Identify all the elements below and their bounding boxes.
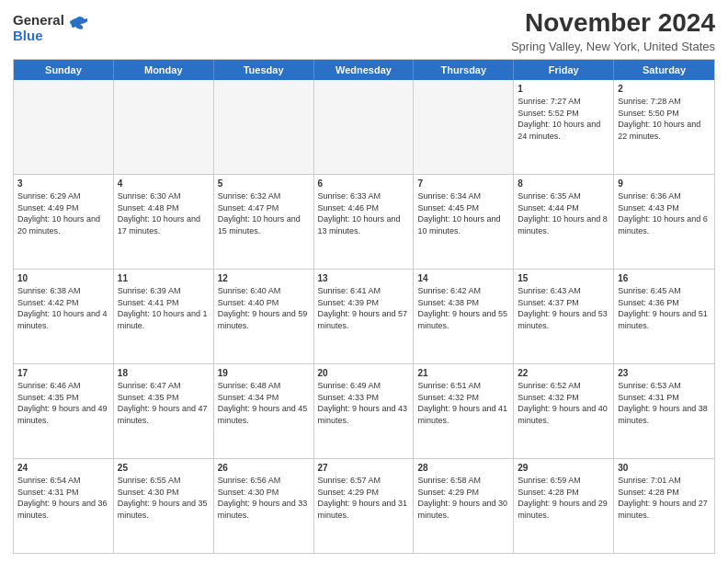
title-area: November 2024 Spring Valley, New York, U… bbox=[511, 9, 715, 53]
calendar-cell-r3-c1: 18Sunrise: 6:47 AM Sunset: 4:35 PM Dayli… bbox=[114, 364, 214, 458]
day-info: Sunrise: 7:27 AM Sunset: 5:52 PM Dayligh… bbox=[518, 97, 600, 140]
header-day-saturday: Saturday bbox=[614, 60, 714, 80]
calendar-cell-r4-c6: 30Sunrise: 7:01 AM Sunset: 4:28 PM Dayli… bbox=[614, 459, 714, 553]
day-info: Sunrise: 6:38 AM Sunset: 4:42 PM Dayligh… bbox=[17, 286, 108, 329]
calendar-cell-r2-c3: 13Sunrise: 6:41 AM Sunset: 4:39 PM Dayli… bbox=[314, 270, 415, 363]
header-day-friday: Friday bbox=[514, 60, 614, 80]
day-number: 22 bbox=[518, 367, 609, 380]
day-number: 21 bbox=[417, 367, 509, 380]
header-day-wednesday: Wednesday bbox=[314, 60, 415, 80]
day-info: Sunrise: 6:42 AM Sunset: 4:38 PM Dayligh… bbox=[417, 286, 507, 329]
day-number: 29 bbox=[518, 462, 609, 475]
day-number: 15 bbox=[518, 272, 609, 285]
day-info: Sunrise: 6:39 AM Sunset: 4:41 PM Dayligh… bbox=[118, 286, 208, 329]
day-number: 23 bbox=[618, 367, 711, 380]
calendar-cell-r3-c6: 23Sunrise: 6:53 AM Sunset: 4:31 PM Dayli… bbox=[614, 364, 714, 458]
calendar-cell-r1-c1: 4Sunrise: 6:30 AM Sunset: 4:48 PM Daylig… bbox=[114, 175, 214, 269]
calendar-cell-r0-c1 bbox=[114, 80, 214, 174]
day-number: 13 bbox=[318, 272, 410, 285]
day-number: 8 bbox=[518, 178, 609, 190]
day-info: Sunrise: 6:58 AM Sunset: 4:29 PM Dayligh… bbox=[417, 476, 507, 519]
calendar-cell-r3-c0: 17Sunrise: 6:46 AM Sunset: 4:35 PM Dayli… bbox=[14, 364, 114, 458]
calendar-cell-r0-c6: 2Sunrise: 7:28 AM Sunset: 5:50 PM Daylig… bbox=[614, 80, 714, 174]
logo-general: General bbox=[13, 12, 64, 28]
calendar-cell-r4-c3: 27Sunrise: 6:57 AM Sunset: 4:29 PM Dayli… bbox=[314, 459, 415, 553]
calendar-cell-r2-c2: 12Sunrise: 6:40 AM Sunset: 4:40 PM Dayli… bbox=[214, 270, 314, 363]
day-info: Sunrise: 6:41 AM Sunset: 4:39 PM Dayligh… bbox=[318, 286, 408, 329]
calendar-cell-r1-c2: 5Sunrise: 6:32 AM Sunset: 4:47 PM Daylig… bbox=[214, 175, 314, 269]
day-number: 14 bbox=[417, 272, 509, 285]
calendar-cell-r4-c4: 28Sunrise: 6:58 AM Sunset: 4:29 PM Dayli… bbox=[414, 459, 514, 553]
calendar-row-1: 3Sunrise: 6:29 AM Sunset: 4:49 PM Daylig… bbox=[14, 174, 714, 269]
day-info: Sunrise: 6:56 AM Sunset: 4:30 PM Dayligh… bbox=[218, 476, 308, 519]
calendar-cell-r2-c6: 16Sunrise: 6:45 AM Sunset: 4:36 PM Dayli… bbox=[614, 270, 714, 363]
calendar-cell-r4-c5: 29Sunrise: 6:59 AM Sunset: 4:28 PM Dayli… bbox=[514, 459, 614, 553]
calendar-cell-r0-c4 bbox=[414, 80, 514, 174]
day-info: Sunrise: 6:40 AM Sunset: 4:40 PM Dayligh… bbox=[218, 286, 308, 329]
calendar-cell-r2-c0: 10Sunrise: 6:38 AM Sunset: 4:42 PM Dayli… bbox=[14, 270, 114, 363]
day-number: 4 bbox=[118, 178, 210, 190]
day-info: Sunrise: 7:28 AM Sunset: 5:50 PM Dayligh… bbox=[618, 97, 700, 140]
day-number: 11 bbox=[118, 272, 210, 285]
day-number: 17 bbox=[17, 367, 109, 380]
day-info: Sunrise: 6:29 AM Sunset: 4:49 PM Dayligh… bbox=[17, 191, 100, 235]
calendar-cell-r3-c2: 19Sunrise: 6:48 AM Sunset: 4:34 PM Dayli… bbox=[214, 364, 314, 458]
day-number: 1 bbox=[518, 83, 609, 96]
day-number: 28 bbox=[417, 462, 509, 475]
day-info: Sunrise: 6:51 AM Sunset: 4:32 PM Dayligh… bbox=[417, 381, 507, 424]
header: General Blue November 2024 Spring Valley… bbox=[13, 9, 715, 53]
day-info: Sunrise: 6:30 AM Sunset: 4:48 PM Dayligh… bbox=[118, 191, 200, 235]
day-info: Sunrise: 6:45 AM Sunset: 4:36 PM Dayligh… bbox=[618, 286, 708, 329]
day-info: Sunrise: 7:01 AM Sunset: 4:28 PM Dayligh… bbox=[618, 476, 708, 519]
day-number: 7 bbox=[417, 178, 509, 190]
day-number: 25 bbox=[118, 462, 210, 475]
day-number: 5 bbox=[218, 178, 310, 190]
day-info: Sunrise: 6:53 AM Sunset: 4:31 PM Dayligh… bbox=[618, 381, 708, 424]
header-day-sunday: Sunday bbox=[14, 60, 114, 80]
day-info: Sunrise: 6:52 AM Sunset: 4:32 PM Dayligh… bbox=[518, 381, 608, 424]
calendar-cell-r3-c3: 20Sunrise: 6:49 AM Sunset: 4:33 PM Dayli… bbox=[314, 364, 415, 458]
day-number: 16 bbox=[618, 272, 711, 285]
header-day-thursday: Thursday bbox=[414, 60, 514, 80]
day-info: Sunrise: 6:36 AM Sunset: 4:43 PM Dayligh… bbox=[618, 191, 708, 235]
location: Spring Valley, New York, United States bbox=[511, 40, 715, 53]
calendar-header: SundayMondayTuesdayWednesdayThursdayFrid… bbox=[14, 60, 714, 80]
logo: General Blue bbox=[13, 9, 88, 43]
calendar: SundayMondayTuesdayWednesdayThursdayFrid… bbox=[13, 59, 715, 554]
calendar-cell-r4-c0: 24Sunrise: 6:54 AM Sunset: 4:31 PM Dayli… bbox=[14, 459, 114, 553]
day-number: 30 bbox=[618, 462, 711, 475]
calendar-cell-r2-c5: 15Sunrise: 6:43 AM Sunset: 4:37 PM Dayli… bbox=[514, 270, 614, 363]
month-title: November 2024 bbox=[511, 9, 715, 38]
day-number: 3 bbox=[17, 178, 109, 190]
logo-bird-icon bbox=[68, 16, 88, 34]
day-info: Sunrise: 6:54 AM Sunset: 4:31 PM Dayligh… bbox=[17, 476, 108, 519]
calendar-cell-r0-c3 bbox=[314, 80, 415, 174]
day-info: Sunrise: 6:55 AM Sunset: 4:30 PM Dayligh… bbox=[118, 476, 208, 519]
calendar-row-2: 10Sunrise: 6:38 AM Sunset: 4:42 PM Dayli… bbox=[14, 269, 714, 363]
logo-text: General Blue bbox=[13, 13, 64, 43]
calendar-cell-r4-c1: 25Sunrise: 6:55 AM Sunset: 4:30 PM Dayli… bbox=[114, 459, 214, 553]
calendar-body: 1Sunrise: 7:27 AM Sunset: 5:52 PM Daylig… bbox=[14, 80, 714, 553]
calendar-row-4: 24Sunrise: 6:54 AM Sunset: 4:31 PM Dayli… bbox=[14, 458, 714, 553]
day-info: Sunrise: 6:33 AM Sunset: 4:46 PM Dayligh… bbox=[318, 191, 401, 235]
day-number: 19 bbox=[218, 367, 310, 380]
calendar-cell-r1-c6: 9Sunrise: 6:36 AM Sunset: 4:43 PM Daylig… bbox=[614, 175, 714, 269]
calendar-cell-r1-c5: 8Sunrise: 6:35 AM Sunset: 4:44 PM Daylig… bbox=[514, 175, 614, 269]
header-day-monday: Monday bbox=[114, 60, 214, 80]
calendar-cell-r0-c2 bbox=[214, 80, 314, 174]
day-info: Sunrise: 6:47 AM Sunset: 4:35 PM Dayligh… bbox=[118, 381, 208, 424]
calendar-row-3: 17Sunrise: 6:46 AM Sunset: 4:35 PM Dayli… bbox=[14, 363, 714, 458]
calendar-cell-r1-c0: 3Sunrise: 6:29 AM Sunset: 4:49 PM Daylig… bbox=[14, 175, 114, 269]
calendar-cell-r2-c1: 11Sunrise: 6:39 AM Sunset: 4:41 PM Dayli… bbox=[114, 270, 214, 363]
header-day-tuesday: Tuesday bbox=[214, 60, 314, 80]
page: General Blue November 2024 Spring Valley… bbox=[0, 0, 728, 563]
day-info: Sunrise: 6:48 AM Sunset: 4:34 PM Dayligh… bbox=[218, 381, 308, 424]
day-number: 9 bbox=[618, 178, 711, 190]
day-number: 2 bbox=[618, 83, 711, 96]
day-number: 20 bbox=[318, 367, 410, 380]
day-number: 6 bbox=[318, 178, 410, 190]
logo-blue: Blue bbox=[13, 28, 43, 43]
day-info: Sunrise: 6:46 AM Sunset: 4:35 PM Dayligh… bbox=[17, 381, 108, 424]
day-number: 10 bbox=[17, 272, 109, 285]
day-info: Sunrise: 6:49 AM Sunset: 4:33 PM Dayligh… bbox=[318, 381, 408, 424]
